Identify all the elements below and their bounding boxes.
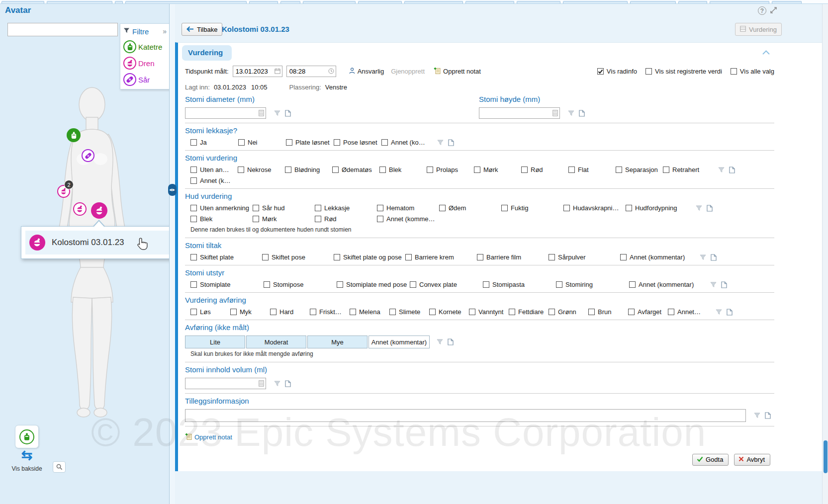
checkbox-option[interactable]: Avfarget [628,308,668,316]
filter-icon[interactable] [274,381,280,387]
stoma-marker-outline[interactable] [73,202,87,216]
checkbox-option[interactable]: Annet… [668,308,708,316]
diameter-input[interactable] [185,107,266,119]
checkbox-option[interactable]: Pose løsnet [334,139,381,146]
quick-button[interactable]: Mye [307,336,368,348]
collapse-panel-icon[interactable] [762,49,770,57]
note-icon[interactable] [707,205,713,212]
vurdering-disabled-button[interactable]: Vurdering [735,23,782,36]
checkbox-option[interactable]: Lekkasje [315,204,377,212]
checkbox-option[interactable]: Stomiring [556,281,629,288]
note-icon[interactable] [285,380,291,387]
quick-button[interactable]: Lite [185,336,245,348]
checkbox-option[interactable]: Rød [521,166,568,173]
ansvarlig-button[interactable]: Ansvarlig [349,68,384,76]
checkbox-option[interactable]: Barriere krem [405,253,477,261]
filter-item-katetre[interactable]: Katetre [123,40,170,53]
catheter-marker[interactable] [67,128,81,142]
checkbox-option[interactable]: Kornete [429,308,469,316]
checkbox-option[interactable]: Stomipose [264,281,337,288]
checkbox-option[interactable]: Rød [315,215,377,223]
filter-icon[interactable] [710,282,717,288]
quick-button[interactable]: Moderat [246,336,306,348]
checkbox-option[interactable]: Annet (k… [190,177,238,184]
volum-input[interactable] [185,378,266,389]
checkbox-option[interactable]: Sår hud [253,204,315,212]
checkbox-option[interactable]: Stomiplate [190,281,264,288]
tillegg-input[interactable] [185,409,746,422]
calculator-icon[interactable] [259,380,264,388]
filter-icon[interactable] [716,309,722,315]
wound-marker[interactable] [82,149,94,162]
avatar-search-input[interactable] [7,23,118,36]
checkbox-option[interactable]: Uten anmerkning [190,204,253,212]
checkbox-option[interactable]: Nekrose [238,166,285,173]
hoyde-input[interactable] [479,107,560,119]
avatar-mode-button[interactable] [15,425,39,448]
expand-window-icon[interactable] [770,6,777,15]
calendar-icon[interactable] [275,68,280,76]
checkbox-option[interactable]: Hudavskrapni… [563,204,626,212]
checkbox-option[interactable]: Nei [238,139,286,146]
checkbox-option[interactable]: Hematom [377,204,439,212]
checkbox-option[interactable]: Skiftet plate [190,253,262,261]
checkbox-option[interactable]: Blek [190,215,253,223]
back-button[interactable]: Tilbake [182,23,222,36]
flip-body-icon[interactable]: ⇆ [15,448,39,463]
checkbox-option[interactable]: Vanntynt [469,308,509,316]
note-icon[interactable] [765,412,771,419]
checkbox-option[interactable]: Annet (komme… [377,215,439,223]
checkbox-option[interactable]: Sårpulver [549,253,620,261]
calculator-icon[interactable] [552,110,558,118]
help-icon[interactable]: ? [758,6,766,15]
checkbox-option[interactable]: Blødning [285,166,332,173]
opprett-notat-bottom-button[interactable]: Opprett notat [185,433,232,441]
quick-button[interactable]: Annet (kommentar) [368,336,430,348]
clock-icon[interactable] [328,68,334,76]
checkbox-option[interactable]: Friskt… [310,308,350,316]
scrollbar-thumb[interactable] [824,440,828,473]
checkbox-option[interactable]: Grønn [549,308,588,316]
checkbox-option[interactable]: Løs [190,308,230,316]
checkbox-option[interactable]: Convex plate [410,281,483,288]
note-icon[interactable] [721,281,727,288]
note-icon[interactable] [729,167,735,173]
checkbox-option[interactable]: Annet (ko… [381,139,429,146]
filter-icon[interactable] [754,413,760,419]
filter-icon[interactable] [568,110,574,116]
checkbox-option[interactable]: Annet (kommentar) [620,253,692,261]
filter-item-dren[interactable]: Dren [123,57,170,70]
filter-icon[interactable] [274,110,280,116]
accept-button[interactable]: Godta [692,454,729,466]
note-icon[interactable] [711,254,717,261]
cancel-button[interactable]: Avbryt [734,454,770,466]
checkbox-option[interactable]: Blek [379,166,427,173]
vertical-scrollbar[interactable] [822,4,828,504]
checkbox-option[interactable]: Skiftet pose [262,253,334,261]
checkbox-option[interactable]: Myk [230,308,270,316]
opprett-notat-button[interactable]: Opprett notat [434,67,481,76]
filter-icon[interactable] [718,167,725,173]
note-icon[interactable] [579,110,585,117]
filter-icon[interactable] [437,140,444,146]
vis-sist-checkbox[interactable]: Vis sist registrerte verdi [645,68,722,75]
checkbox-option[interactable]: Barriere film [477,253,549,261]
checkbox-option[interactable]: Prolaps [427,166,474,173]
note-icon[interactable] [448,338,454,345]
checkbox-option[interactable]: Brun [588,308,628,316]
checkbox-option[interactable]: Ja [190,139,238,146]
checkbox-option[interactable]: Ødematøs [332,166,379,173]
note-icon[interactable] [448,139,454,146]
note-icon[interactable] [285,110,291,117]
zoom-button[interactable] [53,461,66,473]
checkbox-option[interactable]: Mørk [474,166,521,173]
checkbox-option[interactable]: Hard [270,308,310,316]
filter-icon[interactable] [437,339,443,345]
stoma-marker-selected[interactable] [91,202,107,219]
checkbox-option[interactable]: Plate løsnet [286,139,334,146]
checkbox-option[interactable]: Separasjon [616,166,663,173]
checkbox-option[interactable]: Annet (kommentar) [629,281,702,288]
checkbox-option[interactable]: Slimete [389,308,429,316]
checkbox-option[interactable]: Hudfordypning [626,204,688,212]
checkbox-option[interactable]: Fettdiare [509,308,549,316]
